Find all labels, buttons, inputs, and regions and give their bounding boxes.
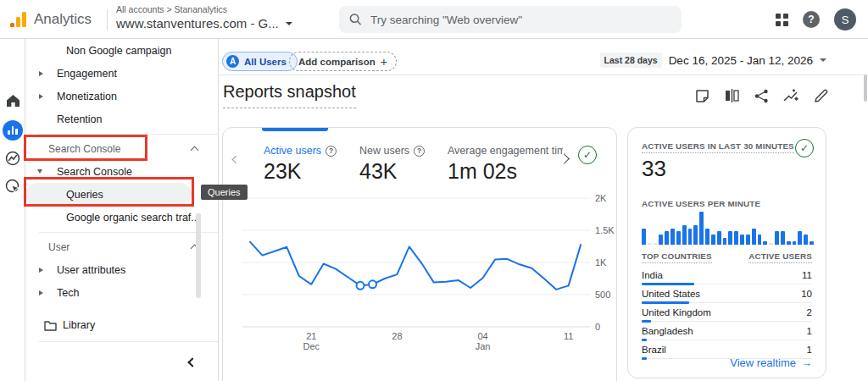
advertising-icon[interactable] — [3, 176, 23, 196]
minute-bar — [676, 231, 681, 245]
all-users-segment-chip[interactable]: A All Users — [222, 52, 298, 71]
metric-value: 1m 02s — [448, 159, 563, 184]
apps-grid-icon[interactable] — [776, 14, 788, 26]
caret-right-icon — [39, 94, 43, 99]
nav-item-library[interactable]: Library — [25, 312, 218, 338]
country-bar — [642, 357, 647, 360]
metric-new-users[interactable]: New users ? 43K — [359, 145, 425, 184]
comparison-icon[interactable] — [723, 87, 740, 104]
property-selector[interactable]: www.stanventures.com - G... — [116, 16, 292, 30]
analytics-logo-icon — [10, 11, 29, 28]
nav-divider — [39, 232, 218, 233]
search-input[interactable] — [370, 14, 671, 26]
minute-bar — [740, 235, 744, 245]
svg-text:1.5K: 1.5K — [595, 225, 615, 235]
breadcrumb[interactable]: All accounts > Stananalytics — [116, 4, 227, 14]
nav-section-user[interactable]: User — [25, 235, 218, 258]
minute-bar — [787, 241, 791, 245]
explore-icon[interactable] — [3, 148, 23, 168]
add-comparison-chip[interactable]: Add comparison + — [289, 52, 397, 71]
active-item-highlight — [25, 183, 192, 206]
top-countries-header: TOP COUNTRIES — [642, 251, 712, 263]
queries-tooltip: Queries — [201, 185, 248, 200]
svg-text:2K: 2K — [595, 193, 607, 203]
top-header: Analytics All accounts > Stananalytics w… — [0, 0, 868, 39]
page-scrollbar[interactable] — [864, 75, 867, 102]
help-icon[interactable]: ? — [803, 11, 820, 28]
svg-text:0: 0 — [595, 322, 600, 332]
edit-pencil-icon[interactable] — [812, 87, 829, 104]
nav-item-queries[interactable]: Queries — [25, 183, 218, 206]
folder-icon — [44, 320, 57, 331]
minute-bar — [711, 235, 715, 245]
header-divider — [107, 9, 108, 30]
metric-help-icon[interactable]: ? — [326, 146, 337, 157]
nav-divider — [39, 341, 218, 342]
nav-item-google-organic-search-traffic[interactable]: Google organic search traf... — [25, 206, 218, 229]
analytics-app: Analytics All accounts > Stananalytics w… — [0, 0, 868, 381]
minute-bar — [693, 225, 698, 245]
countries-table-header: TOP COUNTRIES ACTIVE USERS — [642, 251, 812, 263]
collapse-nav-button[interactable] — [184, 354, 201, 371]
minute-bar — [810, 241, 814, 245]
home-icon[interactable] — [3, 91, 23, 111]
metric-help-icon[interactable]: ? — [414, 146, 425, 157]
nav-divider — [39, 134, 218, 135]
segment-a-badge: A — [226, 55, 239, 68]
data-quality-check-icon[interactable]: ✓ — [578, 146, 597, 164]
nav-item-user-attributes[interactable]: User attributes — [25, 258, 218, 281]
metric-active-users[interactable]: Active users ? 23K — [264, 145, 337, 184]
date-range-selector[interactable]: Last 28 days Dec 16, 2025 - Jan 12, 2026 — [600, 52, 826, 68]
report-nav: Non Google campaign Engagement Monetizat… — [25, 39, 219, 381]
insights-icon[interactable] — [782, 87, 799, 104]
chevron-up-icon — [191, 146, 199, 155]
realtime-check-icon[interactable]: ✓ — [795, 139, 814, 157]
carousel-prev-button[interactable] — [233, 157, 239, 163]
svg-text:28: 28 — [392, 331, 402, 341]
minute-bar — [746, 235, 750, 245]
minute-bar — [699, 212, 704, 245]
nav-scrollbar[interactable] — [196, 213, 201, 298]
caret-right-icon — [39, 268, 43, 273]
minute-bar — [654, 243, 658, 245]
header-actions: ? S — [776, 0, 856, 39]
per-minute-bar-chart — [642, 212, 814, 245]
minute-bar — [648, 243, 652, 245]
metric-value: 43K — [359, 159, 425, 184]
carousel-next-button[interactable] — [560, 155, 568, 163]
minute-bar — [734, 231, 738, 245]
country-row: United Kingdom 2 — [642, 303, 812, 322]
nav-item-non-google-campaign[interactable]: Non Google campaign — [25, 39, 218, 62]
report-actions — [693, 87, 829, 104]
active-metric-tab-indicator — [262, 128, 328, 131]
minute-bar — [781, 231, 785, 245]
minute-bar — [752, 229, 756, 246]
minute-bar — [775, 231, 779, 245]
nav-item-engagement[interactable]: Engagement — [25, 62, 218, 85]
metric-avg-engagement-time[interactable]: Average engagement time p 1m 02s — [448, 145, 563, 184]
svg-text:04: 04 — [477, 331, 487, 341]
minute-bar — [763, 241, 767, 245]
active-users-header: ACTIVE USERS — [748, 251, 812, 263]
note-icon[interactable] — [693, 87, 710, 104]
minute-bar — [670, 229, 675, 246]
share-icon[interactable] — [753, 87, 770, 104]
page-title: Reports snapshot — [223, 82, 356, 108]
nav-item-monetization[interactable]: Monetization — [25, 85, 218, 108]
date-range-value: Dec 16, 2025 - Jan 12, 2026 — [669, 54, 813, 67]
nav-item-tech[interactable]: Tech — [25, 281, 218, 304]
view-realtime-link[interactable]: View realtime → — [730, 356, 812, 369]
metric-value: 23K — [264, 159, 337, 184]
nav-item-search-console[interactable]: Search Console — [25, 160, 218, 183]
search-bar[interactable] — [339, 6, 682, 33]
plus-icon: + — [381, 55, 387, 69]
minute-bar — [723, 238, 727, 245]
chevron-down-icon — [820, 58, 826, 62]
minute-bar — [804, 235, 808, 245]
nav-section-search-console[interactable]: Search Console — [25, 137, 218, 160]
avatar[interactable]: S — [834, 8, 856, 30]
content-divider — [219, 75, 868, 75]
nav-item-retention[interactable]: Retention — [25, 108, 218, 130]
reports-icon[interactable] — [3, 120, 23, 141]
date-range-tag: Last 28 days — [600, 52, 662, 68]
